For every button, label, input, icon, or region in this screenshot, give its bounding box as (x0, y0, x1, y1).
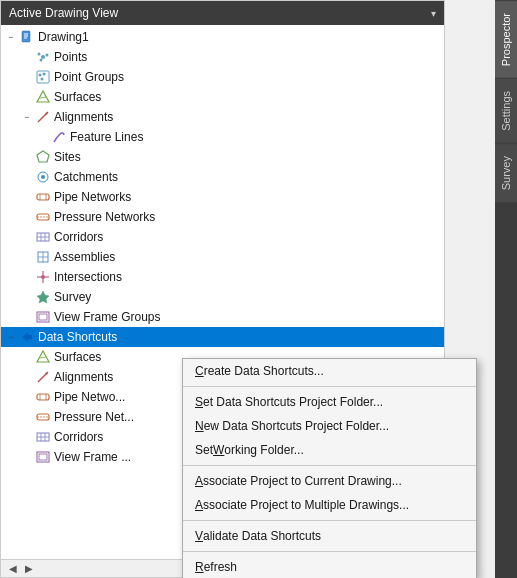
pointgroups-icon (35, 69, 51, 85)
corridor-icon (35, 429, 51, 445)
tree-label-points: Points (54, 50, 87, 64)
feature-icon (51, 129, 67, 145)
expand-btn-alignments[interactable] (21, 111, 33, 123)
header-dropdown-arrow[interactable]: ▾ (431, 8, 436, 19)
shortcut-icon (19, 329, 35, 345)
ctx-item-set-working-folder[interactable]: Set Working Folder... (183, 438, 476, 462)
svg-point-33 (41, 275, 45, 279)
tree-label-corridors: Corridors (54, 230, 103, 244)
tree-item-survey[interactable]: Survey (1, 287, 444, 307)
tree-label-feature-lines: Feature Lines (70, 130, 143, 144)
expand-btn-ds-surfaces (21, 351, 33, 363)
svg-point-11 (41, 78, 44, 81)
scroll-left-arrow[interactable]: ◀ (5, 563, 21, 574)
points-icon (35, 49, 51, 65)
tree-item-data-shortcuts[interactable]: Data Shortcuts (1, 327, 444, 347)
expand-btn-pressure-networks (21, 211, 33, 223)
svg-point-9 (39, 74, 42, 77)
tree-item-pipe-networks[interactable]: Pipe Networks (1, 187, 444, 207)
svg-point-18 (41, 175, 45, 179)
surface-icon (35, 349, 51, 365)
svg-marker-16 (37, 151, 49, 162)
svg-rect-19 (37, 194, 49, 200)
tab-survey[interactable]: Survey (495, 143, 517, 202)
tree-label-view-frame-groups: View Frame Groups (54, 310, 160, 324)
align-icon (35, 369, 51, 385)
tree-label-ds-pressure-networks: Pressure Net... (54, 410, 134, 424)
catch-icon (35, 169, 51, 185)
ctx-item-associate-multiple[interactable]: Associate Project to Multiple Drawings..… (183, 493, 476, 517)
tree-item-pressure-networks[interactable]: Pressure Networks (1, 207, 444, 227)
tree-item-point-groups[interactable]: Point Groups (1, 67, 444, 87)
tree-item-feature-lines[interactable]: Feature Lines (1, 127, 444, 147)
tree-item-alignments[interactable]: Alignments (1, 107, 444, 127)
tab-settings[interactable]: Settings (495, 78, 517, 143)
svg-point-6 (46, 54, 49, 57)
svg-rect-41 (37, 394, 49, 400)
assembly-icon (35, 249, 51, 265)
svg-line-13 (40, 97, 46, 98)
tree-label-surfaces: Surfaces (54, 90, 101, 104)
context-menu: Create Data Shortcuts...Set Data Shortcu… (182, 358, 477, 578)
tree-label-ds-pipe-networks: Pipe Netwo... (54, 390, 125, 404)
viewframe-icon (35, 309, 51, 325)
tree-item-points[interactable]: Points (1, 47, 444, 67)
expand-btn-ds-pressure-networks (21, 411, 33, 423)
expand-btn-intersections (21, 271, 33, 283)
expand-btn-pipe-networks (21, 191, 33, 203)
expand-btn-data-shortcuts[interactable] (5, 331, 17, 343)
ctx-item-create-shortcuts[interactable]: Create Data Shortcuts... (183, 359, 476, 383)
tree-item-sites[interactable]: Sites (1, 147, 444, 167)
ctx-item-set-project-folder[interactable]: Set Data Shortcuts Project Folder... (183, 390, 476, 414)
scroll-right-arrow[interactable]: ▶ (21, 563, 37, 574)
ctx-separator-separator3 (183, 520, 476, 521)
tree-item-surfaces[interactable]: Surfaces (1, 87, 444, 107)
svg-marker-34 (37, 291, 49, 303)
expand-btn-points (21, 51, 33, 63)
svg-rect-51 (39, 454, 47, 460)
expand-btn-corridors (21, 231, 33, 243)
corridor-icon (35, 229, 51, 245)
tree-item-corridors[interactable]: Corridors (1, 227, 444, 247)
tree-item-assemblies[interactable]: Assemblies (1, 247, 444, 267)
viewframe-icon (35, 449, 51, 465)
ctx-item-refresh[interactable]: Refresh (183, 555, 476, 578)
expand-btn-catchments (21, 171, 33, 183)
ctx-item-new-project-folder[interactable]: New Data Shortcuts Project Folder... (183, 414, 476, 438)
ctx-item-validate[interactable]: Validate Data Shortcuts (183, 524, 476, 548)
ctx-item-associate-current[interactable]: Associate Project to Current Drawing... (183, 469, 476, 493)
tree-label-data-shortcuts: Data Shortcuts (38, 330, 117, 344)
tree-label-assemblies: Assemblies (54, 250, 115, 264)
expand-btn-ds-pipe-networks (21, 391, 33, 403)
tree-label-pressure-networks: Pressure Networks (54, 210, 155, 224)
surface-icon (35, 89, 51, 105)
tree-item-view-frame-groups[interactable]: View Frame Groups (1, 307, 444, 327)
pipe-icon (35, 389, 51, 405)
tree-label-ds-view-frame: View Frame ... (54, 450, 131, 464)
side-tabs: Prospector Settings Survey (495, 0, 517, 578)
tree-item-drawing1[interactable]: Drawing1 (1, 27, 444, 47)
tree-label-drawing1: Drawing1 (38, 30, 89, 44)
tree-label-point-groups: Point Groups (54, 70, 124, 84)
ctx-separator-separator1 (183, 386, 476, 387)
svg-point-7 (40, 59, 43, 62)
expand-btn-survey (21, 291, 33, 303)
expand-btn-assemblies (21, 251, 33, 263)
tree-label-ds-corridors: Corridors (54, 430, 103, 444)
tree-label-alignments: Alignments (54, 110, 113, 124)
tree-label-intersections: Intersections (54, 270, 122, 284)
tree-label-sites: Sites (54, 150, 81, 164)
tree-item-intersections[interactable]: Intersections (1, 267, 444, 287)
pressure-icon (35, 209, 51, 225)
expand-btn-point-groups (21, 71, 33, 83)
tree-label-catchments: Catchments (54, 170, 118, 184)
expand-btn-drawing1[interactable] (5, 31, 17, 43)
align-icon (35, 109, 51, 125)
tab-prospector[interactable]: Prospector (495, 0, 517, 78)
svg-point-5 (38, 53, 41, 56)
expand-btn-ds-view-frame (21, 451, 33, 463)
pipe-icon (35, 189, 51, 205)
tree-item-catchments[interactable]: Catchments (1, 167, 444, 187)
expand-btn-ds-corridors (21, 431, 33, 443)
expand-btn-view-frame-groups (21, 311, 33, 323)
